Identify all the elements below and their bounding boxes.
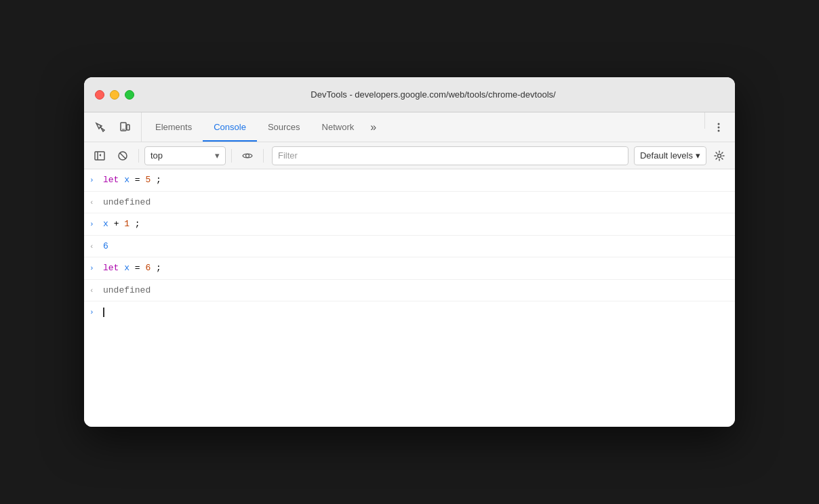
svg-point-5 bbox=[718, 129, 720, 131]
input-arrow-3: › bbox=[89, 263, 103, 274]
tabs-container: Elements Console Sources Network » bbox=[144, 112, 702, 142]
minimize-button[interactable] bbox=[110, 90, 119, 100]
context-arrow-icon: ▾ bbox=[215, 150, 220, 161]
console-content[interactable]: › let x = 5 ; ‹ undefined › x + 1 ; bbox=[84, 169, 735, 427]
keyword-let-2: let bbox=[103, 263, 119, 273]
console-prompt-text bbox=[103, 306, 730, 319]
inspect-icon-button[interactable] bbox=[89, 117, 111, 138]
prompt-arrow: › bbox=[89, 307, 103, 318]
levels-select[interactable]: Default levels ▾ bbox=[634, 146, 706, 165]
sidebar-toggle-button[interactable] bbox=[89, 146, 110, 166]
console-line-3: › x + 1 ; bbox=[84, 213, 735, 236]
filter-input[interactable] bbox=[272, 146, 628, 165]
tab-bar: Elements Console Sources Network » bbox=[84, 112, 735, 142]
tab-bar-right-icons bbox=[708, 112, 730, 142]
clear-button[interactable] bbox=[113, 146, 133, 166]
console-text-3: let x = 6 ; bbox=[103, 261, 730, 275]
title-bar: DevTools - developers.google.com/web/too… bbox=[84, 77, 735, 112]
input-arrow-2: › bbox=[89, 219, 103, 230]
fullscreen-button[interactable] bbox=[125, 90, 134, 100]
output-arrow-2: ‹ bbox=[89, 241, 103, 253]
input-arrow-1: › bbox=[89, 175, 103, 186]
svg-rect-6 bbox=[95, 152, 104, 160]
toolbar-divider-2 bbox=[231, 149, 232, 163]
console-line-6: ‹ undefined bbox=[84, 280, 735, 302]
levels-arrow-icon: ▾ bbox=[696, 150, 700, 161]
svg-line-10 bbox=[120, 153, 125, 159]
tab-elements[interactable]: Elements bbox=[144, 112, 203, 142]
svg-point-12 bbox=[718, 154, 721, 157]
keyword-let-1: let bbox=[103, 175, 119, 185]
traffic-lights bbox=[95, 90, 134, 100]
console-line-1: › let x = 5 ; bbox=[84, 169, 735, 192]
result-undefined-1: undefined bbox=[103, 196, 730, 209]
svg-point-11 bbox=[246, 154, 249, 157]
console-text-1: let x = 5 ; bbox=[103, 173, 730, 187]
result-6: 6 bbox=[103, 240, 730, 253]
toolbar-divider-3 bbox=[263, 149, 264, 163]
settings-button[interactable] bbox=[709, 146, 730, 166]
eye-icon-button[interactable] bbox=[237, 146, 258, 166]
tab-sources[interactable]: Sources bbox=[257, 112, 311, 142]
output-arrow-3: ‹ bbox=[89, 285, 103, 297]
svg-point-3 bbox=[718, 123, 720, 125]
device-mode-icon-button[interactable] bbox=[114, 117, 136, 138]
window-title: DevTools - developers.google.com/web/too… bbox=[142, 89, 724, 100]
more-options-icon bbox=[713, 122, 724, 133]
toolbar-divider-1 bbox=[138, 149, 139, 163]
clear-icon bbox=[117, 150, 128, 161]
settings-icon bbox=[714, 150, 725, 161]
op-1: = bbox=[135, 175, 146, 185]
var-x-2: x bbox=[103, 219, 108, 229]
result-undefined-2: undefined bbox=[103, 284, 730, 297]
inspect-icon bbox=[95, 122, 106, 133]
tab-bar-left-icons bbox=[89, 112, 142, 142]
context-value: top bbox=[151, 150, 163, 161]
output-arrow-1: ‹ bbox=[89, 197, 103, 209]
console-line-4: ‹ 6 bbox=[84, 236, 735, 258]
svg-point-4 bbox=[718, 126, 720, 128]
var-x-1: x bbox=[124, 175, 129, 185]
console-line-5: › let x = 6 ; bbox=[84, 257, 735, 280]
console-input-line[interactable]: › bbox=[84, 301, 735, 323]
svg-rect-1 bbox=[127, 125, 129, 130]
num-5: 5 bbox=[145, 175, 151, 185]
more-options-button[interactable] bbox=[708, 117, 730, 138]
svg-marker-8 bbox=[99, 154, 101, 156]
close-button[interactable] bbox=[95, 90, 104, 100]
console-toolbar: top ▾ Default levels ▾ bbox=[84, 142, 735, 169]
sidebar-toggle-icon bbox=[94, 150, 105, 161]
num-1: 1 bbox=[124, 219, 129, 229]
tab-network[interactable]: Network bbox=[311, 112, 365, 142]
eye-icon bbox=[242, 150, 253, 161]
tab-console[interactable]: Console bbox=[203, 112, 257, 142]
levels-label: Default levels bbox=[640, 150, 693, 161]
var-x-3: x bbox=[124, 263, 129, 273]
cursor bbox=[103, 308, 104, 317]
context-select[interactable]: top ▾ bbox=[144, 146, 226, 165]
console-line-2: ‹ undefined bbox=[84, 192, 735, 214]
device-mode-icon bbox=[119, 122, 130, 133]
tab-bar-separator bbox=[704, 112, 705, 129]
console-text-2: x + 1 ; bbox=[103, 217, 730, 231]
num-6: 6 bbox=[145, 263, 151, 273]
more-tabs-button[interactable]: » bbox=[365, 112, 382, 142]
devtools-window: DevTools - developers.google.com/web/too… bbox=[84, 77, 735, 427]
